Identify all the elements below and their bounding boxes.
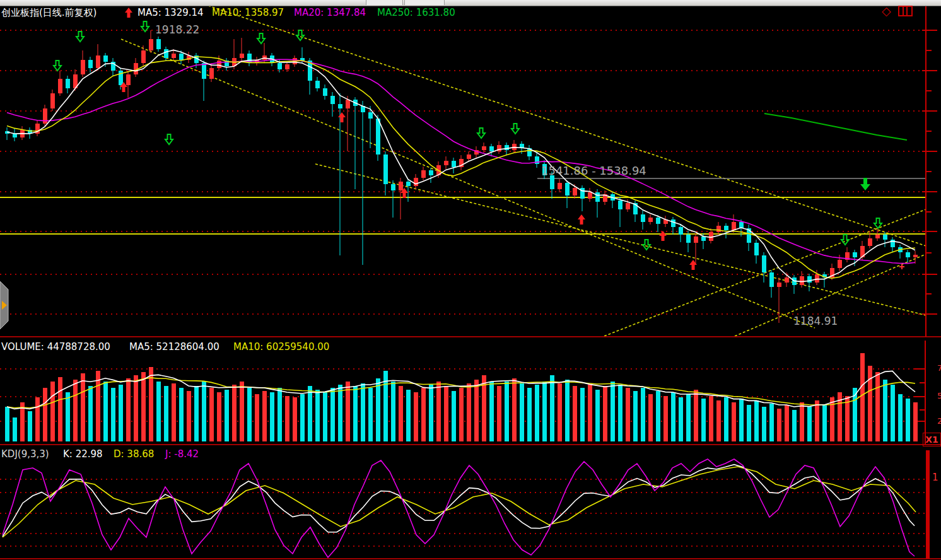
toolbar-bottom-strip (0, 0, 941, 6)
kdj-k-label: K: 22.98 (63, 449, 103, 460)
ma250-label: MA250: 1631.80 (377, 8, 455, 18)
trendlines (0, 6, 926, 336)
symbol-title: 创业板指(日线.前复权) (1, 8, 96, 18)
gridlines (0, 30, 926, 546)
diamond-marker-icon[interactable]: ◇ (882, 5, 891, 17)
volume-ma5-label: MA5: 52128604.00 (129, 342, 219, 353)
buy-signal-arrow-icon (578, 214, 585, 225)
kdj-d-label: D: 38.68 (114, 449, 154, 460)
volume-label: VOLUME: 44788728.00 (1, 342, 110, 353)
sell-signal-arrow-icon (841, 235, 849, 245)
toolbar-segment (404, 0, 445, 5)
buy-signal-arrow-icon (338, 112, 346, 122)
sell-signal-arrow-icon (54, 61, 61, 71)
ma5-label: MA5: 1329.14 (137, 8, 204, 18)
trading-app-window: 创业板指(日线.前复权) MA5: 1329.14 MA10: 1358.97 … (0, 0, 941, 560)
sell-signal-arrow-icon (165, 134, 173, 144)
window-layout-icon[interactable] (898, 6, 913, 20)
low-price-annotation: 1184.91 (793, 315, 838, 327)
candlestick-series (5, 30, 918, 323)
sell-signal-arrow-icon (76, 32, 84, 42)
sell-signal-arrow-icon (296, 30, 304, 40)
ma20-label: MA20: 1347.84 (294, 8, 366, 18)
volume-axis-fragment: 5 (937, 391, 941, 400)
gap-price-annotation: 1541.86 - 1538.94 (541, 164, 646, 177)
kdj-d-line (3, 467, 916, 537)
up-trend-arrow-icon (124, 8, 133, 21)
left-drawer-tab[interactable] (0, 280, 11, 332)
volume-bars (5, 353, 918, 441)
volume-axis-fragment: 2 (937, 416, 941, 426)
buy-signal-arrow-icon (659, 231, 667, 241)
sell-signal-arrow-icon (643, 240, 650, 250)
sell-signal-arrow-icon (477, 128, 485, 138)
high-price-annotation: 1918.22 (155, 23, 199, 36)
kdj-k-line (3, 465, 915, 537)
sell-signal-arrow-icon (511, 124, 519, 134)
kdj-j-label: J: -8.42 (165, 449, 199, 460)
ma250-line (764, 114, 907, 140)
volume-axis-fragment: 7 (937, 363, 941, 373)
toolbar-segment (366, 0, 403, 5)
ma5-line (7, 50, 915, 281)
kdj-j-line (3, 459, 915, 557)
sell-signal-arrow-icon (257, 33, 265, 44)
kdj-indicator-label: KDJ(9,3,3) (1, 449, 49, 460)
alert-arrow-icon (860, 178, 870, 190)
ma10-label: MA10: 1358.97 (212, 8, 284, 18)
volume-ma10-label: MA10: 60259540.00 (233, 342, 329, 353)
kdj-axis-fragment: 1 (932, 472, 938, 483)
chart-canvas[interactable] (0, 0, 941, 560)
volume-scale-badge: X1 (923, 433, 941, 446)
